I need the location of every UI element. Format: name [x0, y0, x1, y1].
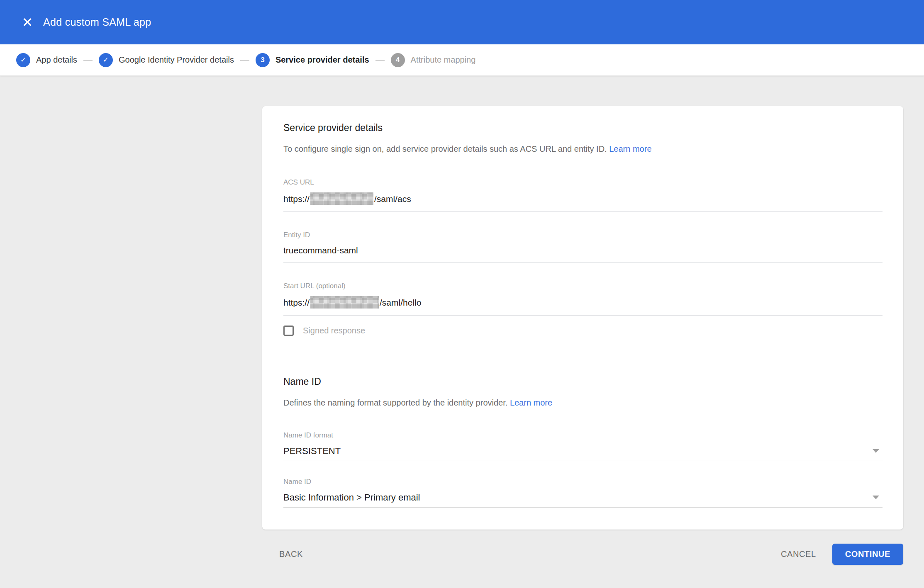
signed-response-checkbox[interactable]: [283, 326, 294, 336]
acs-url-field: ACS URL https:///saml/acs: [283, 178, 883, 212]
step-connector: [240, 60, 249, 61]
step-service-provider-details[interactable]: 3 Service provider details: [256, 53, 369, 67]
step-4-number-badge: 4: [391, 53, 405, 67]
acs-url-redacted-host: [310, 192, 373, 205]
dialog-title: Add custom SAML app: [43, 16, 151, 28]
name-id-group: Name ID Basic Information > Primary emai…: [283, 478, 883, 508]
name-id-select[interactable]: Basic Information > Primary email: [283, 492, 883, 508]
step-attribute-mapping: 4 Attribute mapping: [391, 53, 476, 67]
step-3-label: Service provider details: [275, 55, 369, 65]
dialog-header: ✕ Add custom SAML app: [0, 0, 924, 44]
acs-url-input[interactable]: https:///saml/acs: [283, 192, 883, 212]
entity-id-field: Entity ID truecommand-saml: [283, 231, 883, 263]
start-url-prefix: https://: [283, 298, 310, 307]
dialog-footer: BACK CANCEL CONTINUE: [262, 544, 903, 565]
step-3-number-badge: 3: [256, 53, 270, 67]
step-2-label: Google Identity Provider details: [119, 55, 234, 65]
start-url-label: Start URL (optional): [283, 282, 883, 290]
chevron-down-icon: [873, 449, 879, 453]
chevron-down-icon: [873, 496, 879, 499]
name-id-label: Name ID: [283, 478, 883, 486]
step-1-check-icon: ✓: [16, 53, 30, 67]
acs-url-label: ACS URL: [283, 178, 883, 187]
continue-button[interactable]: CONTINUE: [832, 544, 903, 565]
section-title-name-id: Name ID: [283, 376, 883, 387]
acs-url-prefix: https://: [283, 194, 310, 204]
start-url-suffix: /saml/hello: [380, 298, 421, 307]
name-id-value: Basic Information > Primary email: [283, 492, 883, 503]
footer-actions: CANCEL CONTINUE: [775, 544, 903, 565]
name-id-description-text: Defines the naming format supported by t…: [283, 398, 507, 407]
signed-response-label: Signed response: [303, 326, 365, 335]
start-url-input[interactable]: https:///saml/hello: [283, 296, 883, 316]
step-app-details[interactable]: ✓ App details: [16, 53, 77, 67]
step-google-idp-details[interactable]: ✓ Google Identity Provider details: [99, 53, 234, 67]
acs-url-suffix: /saml/acs: [374, 194, 411, 204]
step-2-check-icon: ✓: [99, 53, 113, 67]
section-description: To configure single sign on, add service…: [283, 143, 883, 154]
step-1-label: App details: [36, 55, 77, 65]
entity-id-input[interactable]: truecommand-saml: [283, 245, 883, 263]
close-icon[interactable]: ✕: [18, 13, 37, 32]
name-id-format-label: Name ID format: [283, 431, 883, 440]
name-id-format-select[interactable]: PERSISTENT: [283, 445, 883, 461]
name-id-format-group: Name ID format PERSISTENT: [283, 431, 883, 461]
dialog-body: Service provider details To configure si…: [0, 76, 924, 565]
signed-response-row: Signed response: [283, 326, 883, 336]
section-title-service-provider: Service provider details: [283, 122, 883, 134]
name-id-format-value: PERSISTENT: [283, 445, 883, 457]
cancel-button[interactable]: CANCEL: [775, 544, 822, 564]
learn-more-link[interactable]: Learn more: [609, 144, 651, 153]
wizard-stepper: ✓ App details ✓ Google Identity Provider…: [0, 44, 924, 76]
entity-id-label: Entity ID: [283, 231, 883, 239]
step-4-label: Attribute mapping: [411, 55, 476, 65]
name-id-section: Name ID Defines the naming format suppor…: [283, 376, 883, 508]
step-connector: [83, 60, 93, 61]
name-id-description: Defines the naming format supported by t…: [283, 397, 883, 408]
step-connector: [375, 60, 385, 61]
learn-more-link[interactable]: Learn more: [510, 398, 552, 407]
section-description-text: To configure single sign on, add service…: [283, 144, 607, 153]
start-url-redacted-host: [310, 296, 379, 309]
start-url-field: Start URL (optional) https:///saml/hello: [283, 282, 883, 316]
back-button[interactable]: BACK: [273, 544, 309, 564]
service-provider-card: Service provider details To configure si…: [262, 106, 903, 530]
